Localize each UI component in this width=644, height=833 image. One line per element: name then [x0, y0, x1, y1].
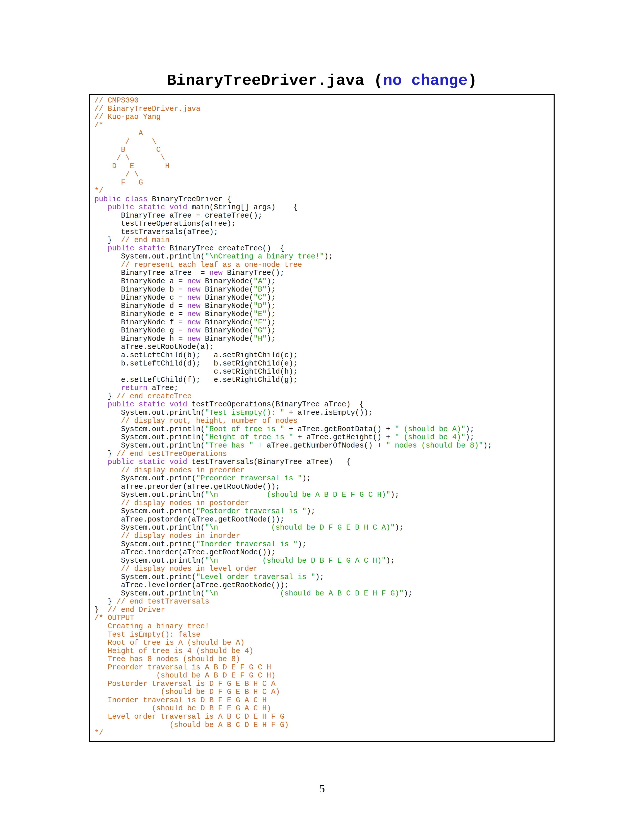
- code-token: "Tree has ": [205, 442, 253, 450]
- code-line: BinaryNode d = new BinaryNode("D");: [95, 302, 554, 310]
- code-token: "Preorder traversal is ": [196, 474, 302, 482]
- code-line: BinaryTree aTree = createTree();: [95, 212, 554, 220]
- code-token: }: [95, 606, 108, 614]
- code-token: "A": [254, 277, 267, 286]
- code-token: [95, 564, 121, 573]
- code-token: "Postorder traversal is ": [196, 507, 306, 515]
- code-token: /*: [95, 121, 103, 130]
- code-token: "C": [254, 294, 267, 302]
- code-line: BinaryNode c = new BinaryNode("C");: [95, 294, 554, 302]
- code-token: public: [108, 458, 134, 466]
- code-line: BinaryNode f = new BinaryNode("F");: [95, 318, 554, 327]
- code-token: static: [138, 244, 165, 252]
- code-line: BinaryNode b = new BinaryNode("B");: [95, 286, 554, 294]
- code-token: [165, 400, 170, 408]
- code-token: BinaryNode(: [201, 318, 254, 326]
- code-token: testTraversals(BinaryTree aTree) {: [187, 458, 351, 466]
- page-title: BinaryTreeDriver.java (no change): [0, 72, 644, 90]
- code-token: BinaryNode e =: [95, 310, 187, 318]
- code-token: // end createTree: [116, 392, 192, 400]
- code-line: /* OUTPUT: [95, 614, 554, 622]
- code-line: // CMPS390: [95, 96, 554, 105]
- code-token: BinaryTree aTree = createTree();: [95, 212, 262, 220]
- code-token: // BinaryTreeDriver.java: [95, 105, 201, 113]
- code-token: BinaryNode(: [201, 335, 254, 343]
- code-token: void: [169, 400, 187, 408]
- code-token: System.out.println(: [95, 524, 205, 532]
- code-token: + aTree.getRootData() +: [284, 425, 395, 433]
- code-token: );: [302, 474, 311, 482]
- code-token: new: [187, 310, 200, 318]
- document-page: { "title": { "prefix": "BinaryTreeDriver…: [0, 0, 644, 833]
- code-token: // represent each leaf as a one-node tre…: [121, 261, 302, 269]
- code-token: aTree.inorder(aTree.getRootNode());: [95, 548, 275, 556]
- code-token: public: [108, 203, 134, 212]
- code-token: System.out.print(: [95, 573, 196, 581]
- code-token: aTree.levelorder(aTree.getRootNode());: [95, 581, 289, 589]
- code-line: BinaryNode g = new BinaryNode("G");: [95, 326, 554, 335]
- code-token: /* OUTPUT: [95, 614, 134, 622]
- code-line: Level order traversal is A B C D E H F G: [95, 713, 554, 721]
- code-token: "\n (should be D F G E B H C A)": [205, 524, 395, 532]
- code-token: BinaryNode g =: [95, 326, 187, 335]
- code-token: // end main: [121, 236, 169, 244]
- code-token: aTree.preorder(aTree.getRootNode());: [95, 482, 280, 491]
- code-token: new: [187, 277, 200, 286]
- code-line: F G: [95, 179, 554, 187]
- code-token: "H": [254, 335, 267, 343]
- code-line: public static void testTraversals(Binary…: [95, 458, 554, 466]
- code-token: (should be A B C D E H F G): [95, 721, 289, 729]
- code-line: System.out.println("Root of tree is " + …: [95, 425, 554, 434]
- code-line: b.setLeftChild(d); b.setRightChild(e);: [95, 360, 554, 368]
- code-token: BinaryNode b =: [95, 286, 187, 294]
- code-line: // display nodes in inorder: [95, 532, 554, 540]
- code-line: aTree.setRootNode(a);: [95, 343, 554, 351]
- code-line: a.setLeftChild(b); a.setRightChild(c);: [95, 351, 554, 360]
- code-token: // display nodes in inorder: [121, 532, 240, 540]
- code-token: a.setLeftChild(b); a.setRightChild(c);: [95, 351, 298, 359]
- code-token: BinaryNode(: [201, 277, 254, 286]
- code-token: c.setRightChild(h);: [95, 368, 298, 376]
- code-token: "Level order traversal is ": [196, 573, 315, 581]
- code-token: BinaryNode d =: [95, 302, 187, 310]
- code-token: new: [187, 318, 200, 326]
- code-token: // display root, height, number of nodes: [121, 417, 298, 425]
- title-annotation: no change: [383, 72, 468, 90]
- code-token: */: [95, 729, 103, 737]
- code-line: System.out.println("Tree has " + aTree.g…: [95, 442, 554, 450]
- code-token: BinaryNode(: [201, 326, 254, 335]
- code-line: BinaryTree aTree = new BinaryTree();: [95, 269, 554, 277]
- code-token: "D": [254, 302, 267, 310]
- code-line: / \: [95, 138, 554, 146]
- code-token: " nodes (should be 8)": [386, 442, 483, 450]
- code-token: "\nCreating a binary tree!": [205, 252, 324, 261]
- page-number: 5: [0, 782, 644, 795]
- code-line: // represent each leaf as a one-node tre…: [95, 261, 554, 269]
- code-line: */: [95, 187, 554, 195]
- code-line: / \: [95, 170, 554, 179]
- code-token: Height of tree is 4 (should be 4): [95, 647, 254, 655]
- code-token: System.out.print(: [95, 474, 196, 482]
- code-token: );: [386, 556, 395, 565]
- code-line: BinaryNode a = new BinaryNode("A");: [95, 277, 554, 286]
- code-line: public static void testTreeOperations(Bi…: [95, 400, 554, 409]
- code-line: public static BinaryTree createTree() {: [95, 244, 554, 253]
- code-token: [165, 203, 170, 212]
- code-token: "B": [254, 286, 267, 294]
- code-token: Tree has 8 nodes (should be 8): [95, 655, 240, 663]
- code-token: }: [95, 392, 116, 400]
- code-token: }: [95, 236, 121, 244]
- code-token: System.out.println(: [95, 442, 205, 450]
- code-line: // BinaryTreeDriver.java: [95, 105, 554, 113]
- code-token: "F": [254, 318, 267, 326]
- code-listing: // CMPS390// BinaryTreeDriver.java// Kuo…: [90, 95, 554, 738]
- code-line: System.out.println("Test isEmpty(): " + …: [95, 409, 554, 417]
- code-token: class: [125, 195, 147, 203]
- code-token: static: [138, 400, 165, 408]
- code-token: "\n (should be A B C D E H F G)": [205, 589, 404, 598]
- code-token: );: [395, 524, 404, 532]
- code-token: "Root of tree is ": [205, 425, 284, 433]
- code-token: );: [267, 318, 275, 326]
- code-line: // display nodes in preorder: [95, 466, 554, 475]
- code-token: );: [465, 425, 474, 433]
